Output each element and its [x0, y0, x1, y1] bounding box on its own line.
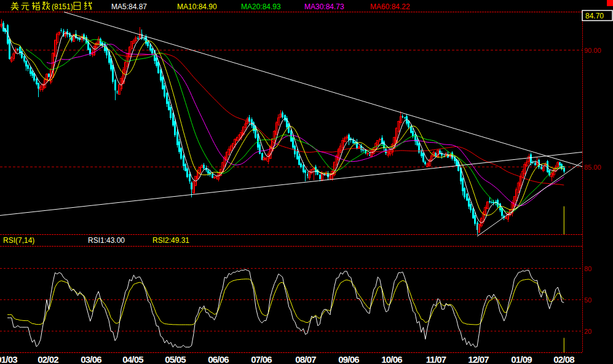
svg-text:50: 50 [584, 296, 591, 304]
svg-text:10/06: 10/06 [381, 354, 402, 364]
svg-text:11/07: 11/07 [426, 354, 446, 364]
svg-text:02/08: 02/08 [553, 354, 574, 364]
svg-text:RSI2:49.31: RSI2:49.31 [152, 236, 189, 245]
svg-text:MA10:84.90: MA10:84.90 [177, 2, 217, 11]
svg-text:MA5:84.87: MA5:84.87 [111, 2, 147, 11]
svg-text:12/07: 12/07 [468, 354, 489, 364]
svg-text:90.00: 90.00 [584, 47, 601, 54]
svg-text:MA20:84.93: MA20:84.93 [241, 2, 281, 11]
svg-text:RSI1:43.00: RSI1:43.00 [88, 236, 125, 245]
svg-text:01/03: 01/03 [0, 354, 17, 364]
svg-text:01/09: 01/09 [511, 354, 532, 364]
svg-text:05/05: 05/05 [165, 354, 186, 364]
svg-text:03/06: 03/06 [81, 354, 101, 364]
svg-text:09/06: 09/06 [338, 354, 359, 364]
svg-text:08/07: 08/07 [295, 354, 316, 364]
svg-text:85.00: 85.00 [584, 164, 601, 171]
svg-text:MA60:84.22: MA60:84.22 [370, 2, 410, 11]
svg-text:07/06: 07/06 [251, 354, 272, 364]
svg-text:RSI(7,14): RSI(7,14) [3, 236, 34, 245]
svg-text:MA30:84.73: MA30:84.73 [304, 2, 344, 11]
svg-text:(8151): (8151) [52, 2, 73, 11]
svg-text:84.70: 84.70 [585, 12, 604, 20]
svg-text:20: 20 [584, 328, 591, 335]
svg-text:04/05: 04/05 [122, 354, 143, 364]
svg-text:06/06: 06/06 [208, 354, 229, 364]
svg-text:80: 80 [584, 265, 591, 272]
svg-text:02/02: 02/02 [38, 354, 58, 364]
